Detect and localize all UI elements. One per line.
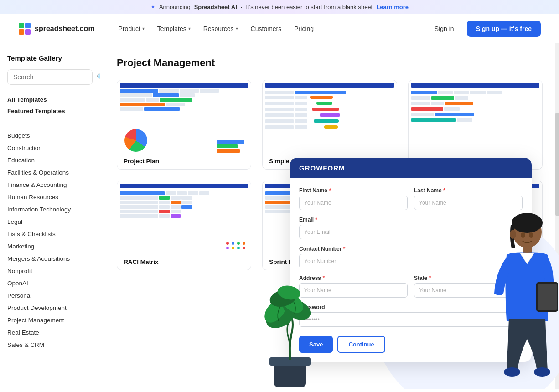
header: spreadsheet.com Product ▾ Templates ▾ Re… <box>0 14 559 43</box>
address-input: Your Name <box>299 283 408 298</box>
main-nav: Product ▾ Templates ▾ Resources ▾ Custom… <box>113 21 427 36</box>
logo-text: spreadsheet.com <box>35 25 95 33</box>
svg-point-10 <box>268 287 298 309</box>
svg-point-6 <box>262 299 300 333</box>
form-continue-button[interactable]: Continue <box>337 336 385 353</box>
sidebar-link-all-templates[interactable]: All Templates <box>7 94 93 105</box>
content: Project Management <box>100 43 559 284</box>
template-thumb-sprint <box>263 181 396 254</box>
nav-resources[interactable]: Resources ▾ <box>198 21 243 36</box>
svg-rect-2 <box>19 29 24 35</box>
search-box[interactable]: 🔍 <box>7 69 93 85</box>
template-grid: Project Plan <box>117 80 543 270</box>
password-label: Password <box>299 304 523 310</box>
template-thumb-gantt <box>263 80 396 153</box>
form-footer: Save Continue <box>290 336 532 362</box>
template-card-sprint[interactable]: Sprint Board <box>262 181 397 270</box>
template-card-project-plan[interactable]: Project Plan <box>117 80 251 170</box>
password-input: •••••••• <box>299 312 523 327</box>
sidebar-cat-budgets[interactable]: Budgets <box>7 130 93 141</box>
announcement-bar: ✦ Announcing Spreadsheet AI · It's never… <box>0 0 559 14</box>
nav-right: Sign in Sign up — it's free <box>427 21 541 37</box>
svg-rect-16 <box>536 282 558 312</box>
template-card-product-launch[interactable]: Product Launch Plan <box>408 80 543 170</box>
svg-point-8 <box>280 295 314 324</box>
sidebar-cat-mergers[interactable]: Mergers & Acquisitions <box>7 253 93 264</box>
svg-point-9 <box>278 289 307 317</box>
template-label-agile-gantt: Agile Gantt Chart <box>409 254 542 270</box>
svg-rect-5 <box>269 357 311 366</box>
svg-point-15 <box>542 293 553 302</box>
scrollbar-track[interactable] <box>555 43 559 389</box>
template-thumb-product-launch <box>409 80 542 153</box>
main-layout: Template Gallery 🔍 All Templates Feature… <box>0 43 559 389</box>
sparkle-icon: ✦ <box>150 4 155 10</box>
template-card-agile-gantt[interactable]: Agile Gantt Chart <box>408 181 543 270</box>
form-save-button[interactable]: Save <box>299 336 333 353</box>
sidebar-cat-hr[interactable]: Human Resources <box>7 191 93 203</box>
chevron-down-icon: ▾ <box>188 26 191 31</box>
svg-rect-17 <box>538 284 557 310</box>
sidebar-cat-personal[interactable]: Personal <box>7 290 93 301</box>
template-thumb-agile-gantt <box>409 181 542 254</box>
announcement-brand: Spreadsheet AI <box>194 4 237 10</box>
svg-rect-1 <box>25 23 31 28</box>
state-input: Your Name <box>414 283 523 298</box>
sidebar-cat-education[interactable]: Education <box>7 155 93 166</box>
sidebar-link-featured-templates[interactable]: Featured Templates <box>7 105 93 117</box>
sidebar-cat-nonprofit[interactable]: Nonprofit <box>7 265 93 277</box>
sidebar-cat-real-estate[interactable]: Real Estate <box>7 327 93 338</box>
scrollbar-thumb[interactable] <box>555 113 559 217</box>
sidebar-cat-facilities[interactable]: Facilities & Operations <box>7 167 93 178</box>
announcement-prefix: Announcing <box>159 4 191 10</box>
sidebar-cat-it[interactable]: Information Technology <box>7 204 93 215</box>
sign-up-button[interactable]: Sign up — it's free <box>467 21 541 37</box>
sidebar-cat-project-mgmt[interactable]: Project Management <box>7 315 93 326</box>
sidebar-cat-lists[interactable]: Lists & Checklists <box>7 228 93 240</box>
form-row-password: Password •••••••• <box>299 304 523 327</box>
sidebar-categories: Budgets Construction Education Facilitie… <box>7 130 93 351</box>
learn-more-link[interactable]: Learn more <box>376 4 409 10</box>
svg-point-11 <box>277 284 301 301</box>
template-label-raci: RACI Matrix <box>117 254 251 270</box>
announcement-message: It's never been easier to start from a b… <box>246 4 373 10</box>
nav-templates[interactable]: Templates ▾ <box>152 21 196 36</box>
nav-product[interactable]: Product ▾ <box>113 21 150 36</box>
nav-pricing[interactable]: Pricing <box>289 21 319 36</box>
svg-rect-4 <box>274 362 306 387</box>
sign-in-button[interactable]: Sign in <box>427 21 461 36</box>
nav-customers[interactable]: Customers <box>245 21 287 36</box>
template-card-gantt[interactable]: Simple Gantt Chart <box>262 80 397 170</box>
search-input[interactable] <box>13 73 93 81</box>
form-group-password: Password •••••••• <box>299 304 523 327</box>
sidebar-cat-finance[interactable]: Finance & Accounting <box>7 179 93 191</box>
logo-icon <box>18 22 31 35</box>
sidebar-title: Template Gallery <box>7 54 93 62</box>
template-card-raci[interactable]: RACI Matrix <box>117 181 251 270</box>
svg-rect-0 <box>19 23 24 28</box>
sidebar: Template Gallery 🔍 All Templates Feature… <box>0 43 100 389</box>
svg-point-18 <box>504 367 520 377</box>
template-label-product-launch: Product Launch Plan <box>409 153 542 169</box>
sidebar-cat-openai[interactable]: OpenAI <box>7 278 93 289</box>
sidebar-cat-construction[interactable]: Construction <box>7 142 93 154</box>
svg-point-7 <box>260 295 290 326</box>
svg-point-19 <box>534 367 550 377</box>
sidebar-divider <box>7 124 93 124</box>
svg-rect-3 <box>25 29 31 35</box>
content-wrapper: Project Management <box>100 43 559 389</box>
page-title: Project Management <box>117 57 543 69</box>
chevron-down-icon: ▾ <box>236 26 238 31</box>
template-label-gantt: Simple Gantt Chart <box>263 153 396 169</box>
sidebar-cat-legal[interactable]: Legal <box>7 216 93 227</box>
sidebar-cat-marketing[interactable]: Marketing <box>7 241 93 252</box>
pie-chart-icon <box>124 129 147 152</box>
template-thumb-project-plan <box>117 80 251 153</box>
template-label-sprint: Sprint Board <box>263 254 396 270</box>
logo[interactable]: spreadsheet.com <box>18 22 95 35</box>
search-icon: 🔍 <box>97 73 100 81</box>
sidebar-featured: All Templates Featured Templates <box>7 94 93 117</box>
sidebar-cat-product-dev[interactable]: Product Development <box>7 302 93 314</box>
template-label-project-plan: Project Plan <box>117 153 251 169</box>
sidebar-cat-sales-crm[interactable]: Sales & CRM <box>7 339 93 351</box>
